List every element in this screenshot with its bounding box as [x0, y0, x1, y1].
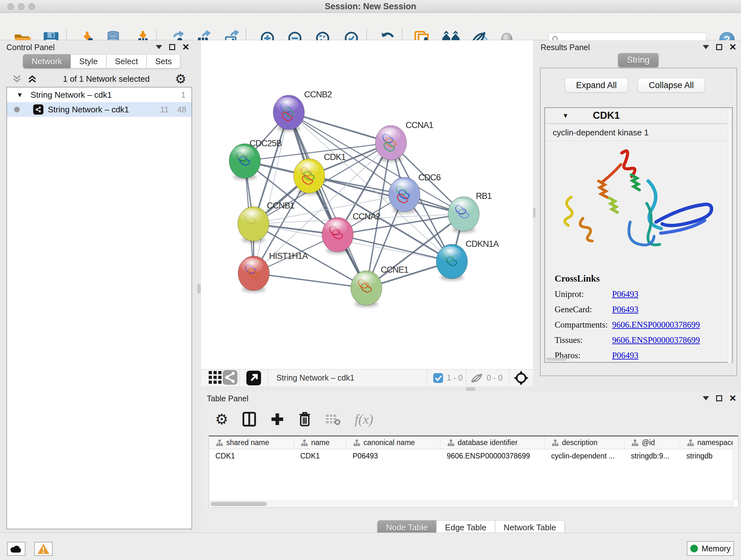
panel-close-icon[interactable]: ✕ — [729, 44, 737, 50]
window-minimize-button[interactable] — [18, 3, 24, 10]
collapse-all-button[interactable]: Collapse All — [637, 78, 705, 92]
results-panel-window-controls: ✕ — [703, 44, 737, 50]
tab-sets[interactable]: Sets — [146, 54, 180, 68]
crosslink-link[interactable]: P06493 — [612, 289, 638, 299]
crosslink-link[interactable]: 9606.ENSP00000378699 — [612, 320, 700, 330]
column-header-database-identifier[interactable]: database identifier — [441, 436, 545, 449]
tab-style[interactable]: Style — [71, 54, 106, 68]
add-column-icon[interactable] — [270, 412, 284, 426]
network-node-CCNB1[interactable]: CCNB1 — [238, 201, 294, 243]
panel-close-icon[interactable]: ✕ — [729, 395, 737, 401]
crosslinks-title: CrossLinks — [555, 273, 700, 284]
table-row[interactable]: CDK1CDK1P064939606.ENSP00000378699cyclin… — [209, 449, 738, 462]
expand-all-icon[interactable] — [27, 74, 38, 84]
node-table: shared namenamecanonical namedatabase id… — [209, 435, 738, 508]
node-label-CDC6: CDC6 — [418, 173, 441, 182]
node-label-CDC25B: CDC25B — [250, 138, 282, 148]
main-toolbar: ? — [0, 13, 741, 40]
memory-label: Memory — [702, 544, 731, 553]
table-vertical-scrollbar[interactable] — [733, 436, 738, 500]
warning-icon — [37, 543, 50, 555]
table-cell[interactable]: stringdb:9... — [624, 452, 680, 460]
table-cell[interactable]: cyclin-dependent ... — [545, 452, 624, 460]
selected-checkbox-icon[interactable] — [433, 373, 444, 383]
window-close-button[interactable] — [7, 3, 14, 10]
window-zoom-button[interactable] — [28, 3, 35, 10]
entry-horizontal-scrollbar-thumb[interactable] — [546, 358, 567, 361]
collection-expand-icon[interactable]: ▼ — [17, 91, 23, 99]
table-horizontal-scrollbar[interactable] — [209, 501, 734, 507]
network-view-canvas[interactable]: CCNB2CCNA1CDC25BCDK1CDC6RB1CCNB1CCNA2CDK… — [201, 40, 533, 369]
cloud-status-button[interactable] — [7, 542, 25, 556]
grid-view-icon[interactable] — [208, 370, 223, 386]
network-view-title: String Network – cdk1 — [276, 373, 427, 382]
left-splitter-handle[interactable] — [197, 284, 201, 294]
tab-network[interactable]: Network — [23, 54, 71, 68]
share-view-icon[interactable] — [223, 370, 239, 386]
node-label-HIST1H1A: HIST1H1A — [269, 251, 308, 261]
protein-structure-image — [549, 144, 728, 262]
hidden-eye-icon[interactable] — [471, 373, 483, 383]
network-node-CDC6[interactable]: CDC6 — [389, 173, 441, 213]
node-label-CCNB1: CCNB1 — [267, 201, 294, 210]
network-node-CDKN1A[interactable]: CDKN1A — [436, 239, 499, 281]
panel-float-icon[interactable] — [716, 44, 722, 50]
table-cell[interactable]: CDK1 — [209, 452, 294, 460]
tab-select[interactable]: Select — [106, 54, 146, 68]
crosslink-row: Tissues:9606.ENSP00000378699 — [555, 335, 700, 345]
warning-status-button[interactable] — [34, 542, 53, 556]
panel-menu-icon[interactable] — [703, 45, 709, 49]
bottom-splitter-handle[interactable] — [466, 387, 475, 391]
column-header-namespace[interactable]: namespace — [680, 436, 741, 449]
column-header-name[interactable]: name — [294, 436, 346, 449]
results-panel-title: Results Panel — [541, 43, 590, 52]
table-options-gear-icon[interactable]: ⚙ — [215, 411, 228, 428]
panel-close-icon[interactable]: ✕ — [182, 44, 190, 50]
expand-all-button[interactable]: Expand All — [565, 78, 628, 92]
node-label-RB1: RB1 — [476, 191, 492, 201]
node-label-CCNA2: CCNA2 — [353, 212, 381, 221]
current-network-dot-icon — [14, 107, 20, 112]
export-view-icon[interactable] — [240, 371, 268, 385]
crosslinks-rows: Uniprot:P06493GeneCard:P06493Compartment… — [555, 289, 700, 361]
network-options-gear-icon[interactable]: ⚙ — [175, 74, 186, 84]
crosslink-label: Compartments: — [555, 320, 612, 330]
tab-string[interactable]: String — [618, 53, 659, 67]
network-row[interactable]: String Network – cdk1 11 48 — [7, 102, 192, 117]
network-collection-row[interactable]: ▼ String Network – cdk1 1 — [7, 87, 192, 102]
table-cell[interactable]: stringdb — [680, 452, 741, 460]
table-cell[interactable]: CDK1 — [294, 452, 346, 460]
entry-vertical-scrollbar[interactable] — [728, 109, 731, 363]
show-columns-icon[interactable] — [242, 412, 256, 427]
panel-menu-icon[interactable] — [156, 45, 162, 49]
entry-collapse-icon[interactable]: ▼ — [562, 112, 569, 119]
panel-float-icon[interactable] — [169, 44, 175, 50]
table-panel-window-controls: ✕ — [703, 395, 737, 401]
collapse-all-icon[interactable] — [11, 74, 22, 84]
panel-float-icon[interactable] — [716, 395, 722, 401]
navigator-crosshair-icon[interactable] — [509, 371, 533, 385]
table-cell[interactable]: 9606.ENSP00000378699 — [441, 452, 545, 460]
gene-name: CDK1 — [593, 110, 620, 121]
function-builder-icon: f(x) — [354, 412, 373, 427]
clear-table-icon — [325, 413, 340, 426]
table-scrollbar-thumb[interactable] — [211, 502, 267, 506]
network-node-RB1[interactable]: RB1 — [448, 191, 492, 233]
column-header-id[interactable]: @id — [624, 436, 680, 449]
panel-menu-icon[interactable] — [703, 396, 709, 400]
crosslink-label: Uniprot: — [555, 289, 612, 299]
string-network-graph[interactable]: CCNB2CCNA1CDC25BCDK1CDC6RB1CCNB1CCNA2CDK… — [201, 40, 533, 369]
network-node-HIST1H1A[interactable]: HIST1H1A — [238, 251, 308, 293]
column-header-shared-name[interactable]: shared name — [209, 436, 294, 449]
memory-button[interactable]: Memory — [687, 541, 734, 556]
column-header-canonical-name[interactable]: canonical name — [346, 436, 441, 449]
crosslink-link[interactable]: 9606.ENSP00000378699 — [612, 335, 700, 345]
delete-column-icon[interactable] — [298, 412, 311, 427]
protein-entry-header[interactable]: ▼ CDK1 — [545, 108, 732, 124]
table-cell[interactable]: P06493 — [346, 452, 441, 460]
crosslink-link[interactable]: P06493 — [612, 351, 638, 361]
crosslink-link[interactable]: P06493 — [612, 305, 638, 314]
column-header-description[interactable]: description — [545, 436, 624, 449]
node-label-CDKN1A: CDKN1A — [466, 239, 499, 249]
network-selection-status: 1 of 1 Network selected — [38, 74, 175, 84]
